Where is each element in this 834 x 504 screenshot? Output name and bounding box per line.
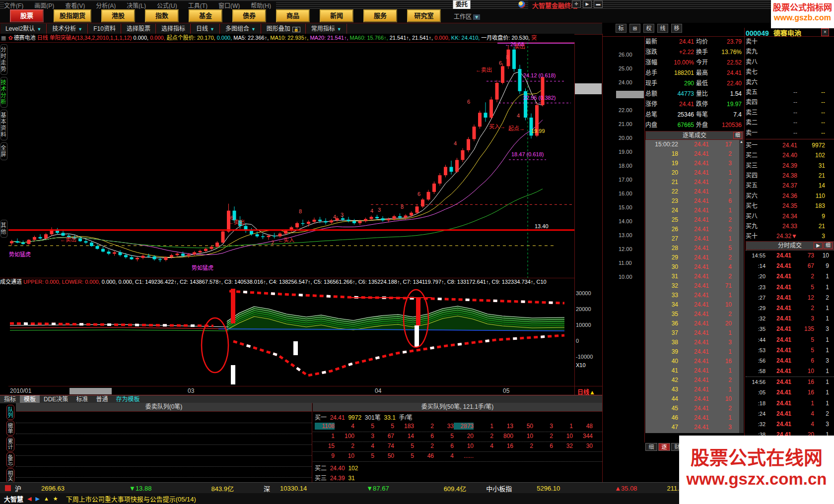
detail-button[interactable]: 细 (733, 132, 742, 139)
sell-level-row[interactable]: 卖六 (746, 77, 834, 87)
sell-level-row[interactable]: 卖二---- (746, 118, 834, 127)
detail-button[interactable]: 细 (824, 242, 833, 249)
minute-row[interactable]: :2424.4142 (746, 409, 834, 419)
tick-row[interactable]: 2124.417 (645, 178, 744, 187)
tick-row[interactable]: 3524.412 (645, 310, 744, 319)
tick-row[interactable]: 4524.412 (645, 404, 744, 413)
buy-level-row[interactable]: 买一24.419972 (746, 140, 834, 150)
tick-row[interactable]: 2424.411 (645, 206, 744, 215)
close-icon[interactable]: × (821, 28, 829, 36)
tick-row[interactable]: 4124.411 (645, 366, 744, 376)
tab-DDE决策[interactable]: DDE决策 (40, 395, 72, 403)
mini-tool-button[interactable]: 标 (616, 24, 626, 33)
minute-row[interactable]: :5824.41101 (746, 366, 834, 377)
tick-row[interactable]: 3124.412 (645, 272, 744, 281)
tab-标准[interactable]: 标准 (72, 395, 92, 403)
sell-level-row[interactable]: 卖八 (746, 57, 834, 67)
minute-row[interactable]: :3224.4131 (746, 314, 834, 324)
toolbar-item-图形叠加[interactable]: 图形叠加🔒 (261, 24, 306, 34)
tick-row[interactable]: 2624.412 (645, 225, 744, 234)
nav-button-服务[interactable]: 服务 (363, 9, 397, 22)
tick-row[interactable]: 2824.415 (645, 244, 744, 253)
tick-row[interactable]: 1924.413 (645, 159, 744, 168)
buy-level-row[interactable]: 买二24.40102 (746, 150, 834, 160)
minute-row[interactable]: :5324.4151 (746, 345, 834, 356)
menu-item[interactable]: 画面(P) (34, 1, 54, 9)
nav-button-港股[interactable]: 港股 (101, 9, 135, 22)
sell-level-row[interactable]: 卖五---- (746, 87, 834, 97)
sidebar-tab-分时走势[interactable]: 分时走势 (0, 44, 7, 75)
minute-row[interactable]: :5624.4163 (746, 356, 834, 366)
nav-button-新闻[interactable]: 新闻 (320, 9, 353, 22)
minute-row[interactable]: :2724.41122 (746, 293, 834, 303)
tick-row[interactable]: 3824.413 (645, 338, 744, 347)
tick-row[interactable]: 4424.4110 (645, 394, 744, 404)
nav-button-研究室[interactable]: 研究室 (407, 9, 441, 22)
nav-button-债券[interactable]: 债券 (232, 9, 266, 22)
tick-row[interactable]: 4624.411 (645, 413, 744, 423)
buy-level-row[interactable]: 买五24.3714 (746, 181, 834, 190)
tick-row[interactable]: 2924.412 (645, 253, 744, 262)
sidebar-tab-技术分析[interactable]: 技术分析 (0, 77, 7, 108)
buy-level-row[interactable]: 买六24.36110 (746, 191, 834, 201)
tick-row[interactable]: 4324.411 (645, 385, 744, 394)
sidebar-tab-基本资料[interactable]: 基本资料 (0, 110, 7, 140)
tick-row[interactable]: 3724.411 (645, 328, 744, 338)
tab-模板[interactable]: 模板 (20, 395, 40, 403)
mini-tool-button[interactable]: 移 (671, 24, 682, 33)
vtab-相关[interactable]: 相关 (6, 468, 14, 483)
tick-row[interactable]: 3324.411 (645, 291, 744, 300)
tick-row[interactable]: 3624.4120 (645, 319, 744, 328)
toolbar-item-常用指标[interactable]: 常用指标▼ (306, 24, 347, 34)
buy-level-row[interactable]: 买九24.3321 (746, 221, 834, 231)
minute-row[interactable]: 14:5624.41161 (746, 377, 834, 387)
nav-button-股指期货[interactable]: 股指期货 (54, 9, 91, 22)
tick-row[interactable]: 2024.411 (645, 168, 744, 178)
workspace-selector[interactable]: 工作区 ▼ (454, 12, 480, 20)
tab-存为模板[interactable]: 存为模板 (112, 395, 143, 403)
sidebar-tab-全屏[interactable]: 全屏 (0, 142, 7, 160)
buy-level-row[interactable]: 买七24.35183 (746, 201, 834, 211)
mini-tool-button[interactable]: 线 (657, 24, 668, 33)
sell-level-row[interactable]: 卖四---- (746, 97, 834, 107)
menu-item[interactable]: 帮助(H) (251, 1, 271, 9)
buy-level-row[interactable]: 买三24.3931 (746, 161, 834, 171)
tab-普通[interactable]: 普通 (92, 395, 112, 403)
menu-item[interactable]: 工具(T) (188, 1, 208, 9)
horizontal-scroll-thumb[interactable] (70, 388, 112, 394)
sell-level-row[interactable]: 卖十 (746, 37, 834, 47)
tick-row[interactable]: 3224.4171 (645, 281, 744, 291)
tick-row[interactable]: 2324.416 (645, 196, 744, 206)
tick-row[interactable]: 3424.4110 (645, 300, 744, 310)
toolbar-item-F10资料[interactable]: F10资料 (88, 24, 121, 34)
nav-button-股票[interactable]: 股票 (10, 9, 44, 22)
tick-row[interactable]: 4024.4116 (645, 357, 744, 366)
minute-row[interactable]: 14:5524.417310 (746, 250, 834, 261)
panel-icon[interactable]: ▶ (583, 0, 592, 8)
tick-row[interactable]: 4824.412 (645, 432, 744, 433)
mini-tool-button[interactable]: 权 (643, 24, 654, 33)
menu-item[interactable]: 公式(U) (157, 1, 177, 9)
toolbar-item-多图组合[interactable]: 多图组合▼ (220, 24, 261, 34)
minute-row[interactable]: :3524.411353 (746, 324, 834, 334)
sell-level-row[interactable]: 卖一---- (746, 128, 834, 138)
nav-button-商品[interactable]: 商品 (276, 9, 310, 22)
tick-row[interactable]: 1824.412 (645, 149, 744, 159)
tick-row[interactable]: 3924.411 (645, 347, 744, 357)
tick-row[interactable]: 4724.413 (645, 423, 744, 432)
tick-row[interactable]: 3024.414 (645, 262, 744, 272)
minute-row[interactable]: :2924.4121 (746, 303, 834, 314)
sell-level-row[interactable]: 卖七 (746, 67, 834, 77)
tick-row[interactable]: 4224.412 (645, 376, 744, 385)
menu-item[interactable]: 分析(A) (96, 1, 116, 9)
panel-icon[interactable]: ▬ (594, 0, 603, 8)
minute-row[interactable]: :3224.4143 (746, 419, 834, 430)
toolbar-item-选择股票[interactable]: 选择股票 (121, 24, 156, 34)
menu-item[interactable]: 文件(F) (4, 1, 23, 9)
tab-指标[interactable]: 指标 (0, 395, 20, 403)
toolbar-item-选择指标[interactable]: 选择指标 (156, 24, 191, 34)
menu-item[interactable]: 窗口(W) (218, 1, 240, 9)
menu-item[interactable]: 决策(L) (127, 1, 146, 9)
panel-icon[interactable]: ✛ (572, 0, 581, 8)
strip-tab-细[interactable]: 细 (645, 443, 657, 451)
